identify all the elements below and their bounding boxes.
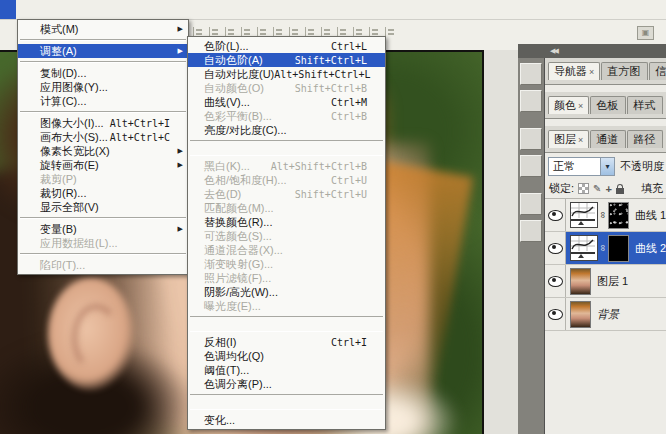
panel-tab[interactable]: 信息 xyxy=(649,62,666,80)
submenu-item[interactable]: 色相/饱和度(H)...Ctrl+U xyxy=(188,173,385,187)
menu-item[interactable]: 旋转画布(E)▶ xyxy=(18,158,188,172)
submenu-item[interactable] xyxy=(190,316,383,332)
panel-icon-button[interactable] xyxy=(520,155,542,177)
menu-item[interactable]: 陷印(T)... xyxy=(18,258,188,272)
submenu-item[interactable]: 渐变映射(G)... xyxy=(188,257,385,271)
layer-row[interactable]: ∞ 曲线 1 xyxy=(545,199,666,232)
submenu-item[interactable]: 色彩平衡(B)...Ctrl+B xyxy=(188,109,385,123)
lock-all-icon[interactable] xyxy=(616,188,624,194)
close-icon[interactable]: × xyxy=(589,67,594,77)
panel-tab[interactable]: 样式 xyxy=(627,96,663,114)
submenu-item[interactable]: 色调均化(Q) xyxy=(188,349,385,363)
panel-tab[interactable]: 色板 xyxy=(590,96,626,114)
submenu-item[interactable]: 可选颜色(S)... xyxy=(188,229,385,243)
menu-item[interactable]: 模式(M)▶ xyxy=(18,22,188,36)
blend-mode-select[interactable]: 正常 ▾ xyxy=(548,157,615,176)
panel-icon-button[interactable] xyxy=(520,193,542,215)
close-icon[interactable]: × xyxy=(578,135,583,145)
submenu-item[interactable]: 替换颜色(R)... xyxy=(188,215,385,229)
submenu-item[interactable]: 曲线(V)...Ctrl+M xyxy=(188,95,385,109)
visibility-toggle[interactable] xyxy=(545,199,566,231)
submenu-item[interactable]: 色阶(L)...Ctrl+L xyxy=(188,39,385,53)
menu-item[interactable]: 应用数据组(L)... xyxy=(18,236,188,250)
panel-tab[interactable]: 直方图 xyxy=(601,62,648,80)
layer-thumbnail[interactable] xyxy=(570,268,591,295)
layer-name[interactable]: 曲线 2 xyxy=(635,241,666,256)
menu-bar-item[interactable] xyxy=(48,0,64,19)
close-icon[interactable]: × xyxy=(578,101,583,111)
submenu-item[interactable]: 黑白(K)...Alt+Shift+Ctrl+B xyxy=(188,159,385,173)
menu-item[interactable]: 调整(A)▶ xyxy=(18,44,188,58)
menu-item[interactable]: 像素长宽比(X)▶ xyxy=(18,144,188,158)
submenu-item[interactable]: 阴影/高光(W)... xyxy=(188,285,385,299)
panel-tab[interactable]: 图层× xyxy=(548,130,589,148)
lock-transparency-icon[interactable] xyxy=(578,183,589,194)
menu-item[interactable] xyxy=(20,61,186,63)
panel-tab[interactable]: 导航器× xyxy=(548,62,600,80)
menu-item[interactable]: 变量(B)▶ xyxy=(18,222,188,236)
panel-tab[interactable]: 路径 xyxy=(627,130,663,148)
menu-bar-item[interactable] xyxy=(64,0,80,19)
submenu-item[interactable]: 反相(I)Ctrl+I xyxy=(188,335,385,349)
submenu-item[interactable]: 自动色阶(A)Shift+Ctrl+L xyxy=(188,53,385,67)
chevron-down-icon[interactable]: ▾ xyxy=(600,158,614,175)
layer-name[interactable]: 图层 1 xyxy=(597,274,628,289)
collapse-dock-icon[interactable]: ◀◀ xyxy=(550,47,557,55)
panel-icon-button[interactable] xyxy=(520,128,542,150)
submenu-item[interactable]: 亮度/对比度(C)... xyxy=(188,123,385,137)
menu-item[interactable]: 显示全部(V) xyxy=(18,200,188,214)
submenu-item[interactable]: 曝光度(E)... xyxy=(188,299,385,313)
layer-name[interactable]: 曲线 1 xyxy=(635,208,666,223)
layer-row[interactable]: ∞ 背景 xyxy=(545,298,666,331)
menu-item[interactable]: 复制(D)... xyxy=(18,66,188,80)
layer-mask-thumbnail[interactable] xyxy=(608,202,629,229)
panel-icon-button[interactable] xyxy=(520,220,542,242)
menu-item[interactable]: 画布大小(S)...Alt+Ctrl+C xyxy=(18,130,188,144)
submenu-item[interactable]: 匹配颜色(M)... xyxy=(188,201,385,215)
menu-item[interactable] xyxy=(20,111,186,113)
lock-position-icon[interactable]: + xyxy=(605,184,611,194)
menu-item[interactable]: 计算(C)... xyxy=(18,94,188,108)
curves-adjustment-thumbnail[interactable] xyxy=(570,235,598,261)
curves-adjustment-thumbnail[interactable] xyxy=(570,202,598,228)
menu-bar-item[interactable] xyxy=(112,0,128,19)
lock-pixels-icon[interactable]: ✎ xyxy=(593,184,601,194)
visibility-toggle[interactable] xyxy=(545,265,566,297)
submenu-item[interactable]: 通道混合器(X)... xyxy=(188,243,385,257)
menu-item[interactable]: 裁切(R)... xyxy=(18,186,188,200)
layer-row[interactable]: ∞ 图层 1 xyxy=(545,265,666,298)
layer-thumbnail[interactable] xyxy=(570,301,591,328)
menu-item[interactable] xyxy=(20,217,186,219)
menu-item[interactable] xyxy=(20,253,186,255)
submenu-item[interactable]: 照片滤镜(F)... xyxy=(188,271,385,285)
layer-name[interactable]: 背景 xyxy=(597,307,619,322)
menu-bar-item[interactable] xyxy=(16,0,32,19)
panel-icon-button[interactable] xyxy=(520,90,542,112)
submenu-item[interactable]: 阈值(T)... xyxy=(188,363,385,377)
submenu-item[interactable]: 自动对比度(U)Alt+Shift+Ctrl+L xyxy=(188,67,385,81)
submenu-item[interactable]: 色调分离(P)... xyxy=(188,377,385,391)
panel-tab[interactable]: 通道 xyxy=(590,130,626,148)
panel-icon-button[interactable] xyxy=(520,63,542,85)
menu-bar-item[interactable] xyxy=(96,0,112,19)
menu-item[interactable]: 图像大小(I)...Alt+Ctrl+I xyxy=(18,116,188,130)
menu-bar-item[interactable] xyxy=(0,0,16,19)
panel-tab[interactable]: 颜色× xyxy=(548,96,589,114)
workspace-icon[interactable]: ▣ xyxy=(637,26,654,40)
visibility-toggle[interactable] xyxy=(545,298,566,330)
layer-mask-link-icon[interactable]: ∞ xyxy=(598,211,608,220)
menu-bar-item[interactable] xyxy=(80,0,96,19)
menu-item[interactable] xyxy=(20,39,186,41)
layer-mask-link-icon[interactable]: ∞ xyxy=(598,244,608,253)
menu-item[interactable]: 裁剪(P) xyxy=(18,172,188,186)
submenu-item[interactable]: 去色(D)Shift+Ctrl+U xyxy=(188,187,385,201)
submenu-item[interactable]: 自动颜色(O)Shift+Ctrl+B xyxy=(188,81,385,95)
submenu-item[interactable]: 变化... xyxy=(188,413,385,427)
layer-row[interactable]: ∞ 曲线 2 xyxy=(545,232,666,265)
visibility-toggle[interactable] xyxy=(545,232,566,264)
submenu-item[interactable] xyxy=(190,394,383,410)
submenu-item[interactable] xyxy=(190,140,383,156)
menu-item[interactable]: 应用图像(Y)... xyxy=(18,80,188,94)
layer-mask-thumbnail[interactable] xyxy=(608,235,629,262)
menu-bar-item[interactable] xyxy=(32,0,48,19)
